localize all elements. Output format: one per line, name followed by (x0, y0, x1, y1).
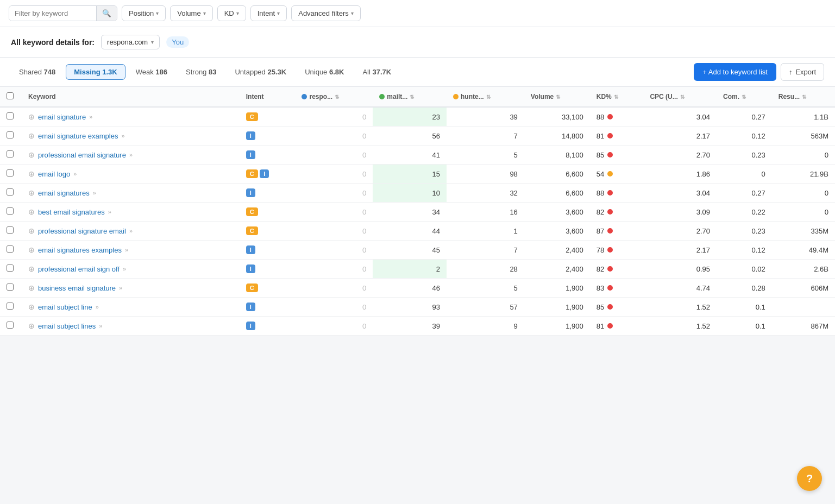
col-com[interactable]: Com.⇅ (717, 87, 772, 107)
kd-cell: 81 (590, 317, 644, 336)
keyword-link[interactable]: ⊕ email signature examples » (28, 131, 233, 140)
intent-cell: I (240, 260, 296, 279)
export-button[interactable]: ↑ Export (781, 63, 824, 81)
col-resu[interactable]: Resu...⇅ (772, 87, 835, 107)
keyword-link[interactable]: ⊕ email subject line » (28, 303, 233, 311)
keyword-link[interactable]: ⊕ professional email sign off » (28, 264, 233, 273)
keyword-link[interactable]: ⊕ best email signatures » (28, 207, 233, 216)
you-badge: You (166, 36, 189, 48)
hunte-cell: 16 (447, 203, 524, 222)
row-checkbox[interactable] (7, 112, 14, 119)
tab-strong[interactable]: Strong 83 (178, 64, 224, 80)
select-all-checkbox[interactable] (7, 92, 14, 99)
table-row: ⊕ best email signatures » C034163,600 82… (0, 203, 835, 222)
keyword-table-wrapper: Keyword Intent respo... ⇅ mailt... (0, 87, 835, 336)
position-filter[interactable]: Position ▾ (122, 5, 166, 21)
intent-cell: I (240, 241, 296, 260)
row-checkbox[interactable] (7, 131, 14, 138)
kd-cell: 83 (590, 279, 644, 298)
keyword-table: Keyword Intent respo... ⇅ mailt... (0, 87, 835, 336)
keyword-cell: ⊕ professional email signature » (22, 146, 240, 165)
intent-cell: C (240, 107, 296, 127)
plus-icon: ⊕ (28, 207, 35, 216)
header-label: All keyword details for: (11, 38, 95, 47)
tabs-section: Shared 748 Missing 1.3K Weak 186 Strong … (0, 58, 835, 87)
respo-cell: 0 (295, 184, 373, 203)
arrow-icon: » (108, 209, 111, 215)
keyword-link[interactable]: ⊕ email signatures » (28, 188, 233, 197)
kd-filter[interactable]: KD ▾ (217, 5, 246, 21)
keyword-link[interactable]: ⊕ email signatures examples » (28, 245, 233, 254)
col-volume[interactable]: Volume⇅ (524, 87, 590, 107)
search-input[interactable] (9, 6, 96, 21)
intent-badge: C (246, 169, 258, 178)
col-hunte[interactable]: hunte... ⇅ (447, 87, 524, 107)
volume-cell: 1,900 (524, 279, 590, 298)
hunte-cell: 7 (447, 127, 524, 146)
row-checkbox[interactable] (7, 245, 14, 253)
cpc-cell: 2.17 (643, 241, 717, 260)
row-checkbox[interactable] (7, 188, 14, 196)
domain-selector[interactable]: respona.com ▾ (101, 35, 160, 49)
tab-weak[interactable]: Weak 186 (128, 64, 175, 80)
intent-badge: C (246, 207, 258, 216)
resu-cell: 1.1B (772, 107, 835, 127)
keyword-cell: ⊕ email logo » (22, 165, 240, 184)
row-checkbox[interactable] (7, 207, 14, 215)
keyword-link[interactable]: ⊕ email signature » (28, 112, 233, 121)
row-checkbox[interactable] (7, 284, 14, 291)
cpc-cell: 2.17 (643, 127, 717, 146)
add-to-keyword-list-button[interactable]: + Add to keyword list (694, 63, 776, 81)
row-checkbox[interactable] (7, 169, 14, 177)
tab-shared[interactable]: Shared 748 (11, 64, 64, 80)
row-checkbox[interactable] (7, 150, 14, 158)
arrow-icon: » (119, 285, 122, 291)
mailt-cell: 93 (373, 298, 447, 317)
keyword-link[interactable]: ⊕ professional email signature » (28, 150, 233, 159)
col-mailt[interactable]: mailt... ⇅ (373, 87, 447, 107)
com-cell: 0.02 (717, 260, 772, 279)
keyword-link[interactable]: ⊕ business email signature » (28, 284, 233, 292)
kd-dot-icon (607, 133, 613, 138)
sort-icon: ⇅ (556, 94, 560, 100)
plus-icon: ⊕ (28, 131, 35, 140)
kd-cell: 87 (590, 222, 644, 241)
keyword-link[interactable]: ⊕ email logo » (28, 169, 233, 178)
tab-all[interactable]: All 37.7K (354, 64, 399, 80)
volume-filter[interactable]: Volume ▾ (170, 5, 212, 21)
col-respo[interactable]: respo... ⇅ (295, 87, 373, 107)
respo-cell: 0 (295, 298, 373, 317)
sort-icon: ⇅ (614, 94, 618, 100)
mailt-cell: 10 (373, 184, 447, 203)
row-checkbox[interactable] (7, 303, 14, 310)
keyword-link[interactable]: ⊕ email subject lines » (28, 322, 233, 330)
keyword-cell: ⊕ email signature examples » (22, 127, 240, 146)
tab-missing[interactable]: Missing 1.3K (66, 64, 125, 80)
keyword-cell: ⊕ professional email sign off » (22, 260, 240, 279)
plus-icon: ⊕ (28, 169, 35, 178)
cpc-cell: 3.09 (643, 203, 717, 222)
col-kd[interactable]: KD%⇅ (590, 87, 644, 107)
keyword-cell: ⊕ email signature » (22, 107, 240, 127)
row-checkbox[interactable] (7, 322, 14, 329)
volume-cell: 14,800 (524, 127, 590, 146)
chevron-down-icon: ▾ (203, 10, 206, 16)
row-checkbox[interactable] (7, 226, 14, 234)
col-cpc[interactable]: CPC (U...⇅ (643, 87, 717, 107)
row-checkbox[interactable] (7, 264, 14, 272)
resu-cell (772, 298, 835, 317)
intent-filter[interactable]: Intent ▾ (250, 5, 287, 21)
search-button[interactable]: 🔍 (96, 6, 117, 21)
tab-untapped[interactable]: Untapped 25.3K (227, 64, 294, 80)
volume-cell: 3,600 (524, 203, 590, 222)
intent-cell: C (240, 279, 296, 298)
advanced-filters-button[interactable]: Advanced filters ▾ (291, 5, 361, 21)
keyword-link[interactable]: ⊕ professional signature email » (28, 226, 233, 235)
tab-unique[interactable]: Unique 6.8K (297, 64, 352, 80)
kd-cell: 85 (590, 146, 644, 165)
cpc-cell: 1.52 (643, 317, 717, 336)
volume-cell: 3,600 (524, 222, 590, 241)
kd-cell: 82 (590, 203, 644, 222)
respo-cell: 0 (295, 107, 373, 127)
keyword-search[interactable]: 🔍 (9, 5, 117, 21)
